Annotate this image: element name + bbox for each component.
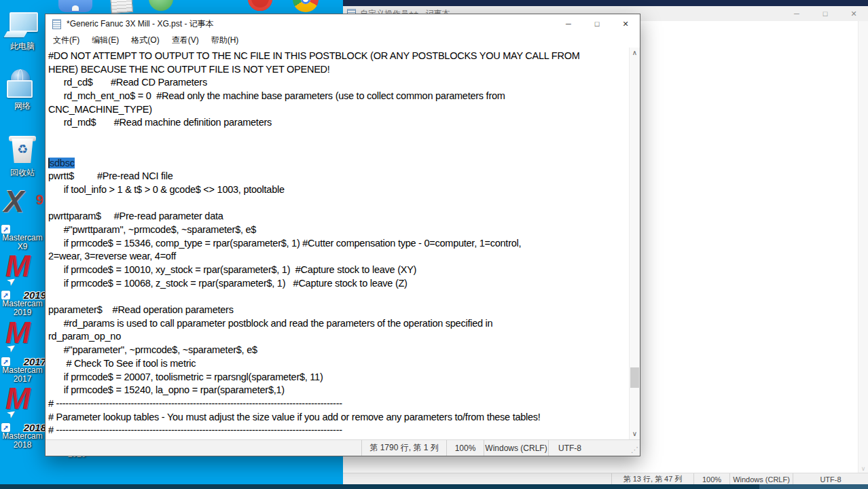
code-line: # Check To See if tool is metric <box>48 357 630 371</box>
selected-text[interactable]: sdbsc <box>48 158 75 168</box>
desktop-icon-mastercam-2019[interactable]: M➤ 2019 ➚ Mastercam 2019 <box>0 266 45 317</box>
close-button[interactable]: ✕ <box>611 14 640 33</box>
zoom-level: 100% <box>446 440 484 456</box>
desktop-icon-mastercam-x9[interactable]: X 9 ➚ Mastercam X9 <box>0 200 45 251</box>
chevron-down-icon[interactable]: ∨ <box>858 465 868 472</box>
code-line: # --------------------------------------… <box>48 424 630 437</box>
code-line <box>48 130 630 143</box>
code-line: pwrttparam$ #Pre-read parameter data <box>48 210 630 223</box>
encoding: UTF-8 <box>548 440 640 456</box>
code-line: if prmcode$ = 20007, toolismetric = rpar… <box>48 371 630 384</box>
desktop: 自定义操作员++ - 记事本 ─ □ ✕ ∨ 第 13 行, 第 47 列 10… <box>0 0 868 489</box>
shortcut-arrow-icon: ➚ <box>1 291 10 300</box>
mastercam-2019-icon: M➤ 2019 ➚ <box>0 266 45 298</box>
taskbar[interactable] <box>0 484 868 489</box>
code-line: rd_cd$ #Read CD Parameters <box>48 76 630 90</box>
code-line: #"pwrttparam", ~prmcode$, ~sparameter$, … <box>48 223 630 237</box>
status-bar: 第 1790 行, 第 1 列 100% Windows (CRLF) UTF-… <box>46 439 640 456</box>
maximize-button[interactable]: □ <box>811 6 839 21</box>
code-line: HERE) BECAUSE THE NC OUTPUT FILE IS NOT … <box>48 63 630 77</box>
background-window-scrollbar[interactable]: ∨ <box>858 21 868 473</box>
resize-grip[interactable]: ⋰ <box>631 446 638 454</box>
icon-label: 此电脑 <box>0 42 45 51</box>
chevron-up-icon[interactable]: ∧ <box>630 49 640 57</box>
desktop-icon-recycle-bin[interactable]: ♻ 回收站 <box>0 134 45 177</box>
code-line: if prmcode$ = 15346, comp_type = rpar(sp… <box>48 237 630 251</box>
desktop-icon-mastercam-2017[interactable]: M➤ 2017 ➚ Mastercam 2017 <box>0 332 45 384</box>
status-spacer <box>46 440 361 456</box>
code-line: pwrtt$ #Pre-read NCI file <box>48 170 630 183</box>
background-window-statusbar: 第 13 行, 第 47 列 100% Windows (CRLF) UTF-8 <box>343 473 868 485</box>
code-line: if tool_info > 1 & t$ > 0 & gcode$ <> 10… <box>48 183 630 197</box>
notepad-window[interactable]: *Generic Fanuc 3X Mill - XG.pst - 记事本 ─ … <box>45 14 640 456</box>
menu-item-3[interactable]: 查看(V) <box>166 33 205 48</box>
code-line: rd_param_op_no <box>48 330 630 344</box>
calendar-icon[interactable] <box>110 0 133 14</box>
desktop-icon-network[interactable]: 网络 <box>0 68 45 111</box>
shortcut-arrow-icon: ➚ <box>1 423 10 432</box>
menu-bar: 文件(F)编辑(E)格式(O)查看(V)帮助(H) <box>46 33 640 48</box>
recycle-bin-icon: ♻ <box>0 134 45 167</box>
code-line: #rd_params is used to call pparameter po… <box>48 317 630 331</box>
zoom-level: 100% <box>693 473 729 485</box>
code-line: # --------------------------------------… <box>48 397 630 411</box>
icon-label: 2018 <box>0 441 45 450</box>
code-line: 2=wear, 3=reverse wear, 4=off <box>48 250 630 264</box>
background-window-top-strip <box>343 0 868 6</box>
code-line: rd_md$ #Read machine definition paramete… <box>48 116 630 130</box>
code-line: pparameter$ #Read operation parameters <box>48 304 630 317</box>
this-pc-icon <box>0 8 45 41</box>
line-ending: Windows (CRLF) <box>729 473 793 485</box>
minimize-button[interactable]: ─ <box>554 14 583 33</box>
icon-label: 回收站 <box>0 168 45 177</box>
icon-label: 网络 <box>0 102 45 111</box>
encoding: UTF-8 <box>793 473 868 485</box>
code-line: if prmcode$ = 15240, la_opno = rpar(spar… <box>48 384 630 397</box>
menu-item-4[interactable]: 帮助(H) <box>205 33 245 48</box>
mastercam-x9-icon: X 9 ➚ <box>0 200 45 232</box>
opera-icon[interactable] <box>248 0 272 11</box>
blue-app-icon[interactable] <box>58 0 92 12</box>
mastercam-2018-icon: M➤ 2018 ➚ <box>0 398 45 431</box>
code-line: if prmcode$ = 10068, z_stock = rpar(spar… <box>48 277 630 291</box>
code-line: sdbsc <box>48 157 630 170</box>
menu-item-0[interactable]: 文件(F) <box>47 33 86 48</box>
scrollbar-thumb[interactable] <box>630 367 639 388</box>
taskbar-tray-segment[interactable] <box>759 484 868 489</box>
text-area[interactable]: #DO NOT ATTEMPT TO OUTPUT TO THE NC FILE… <box>46 48 630 439</box>
window-title: *Generic Fanuc 3X Mill - XG.pst - 记事本 <box>67 18 214 30</box>
notepad-icon <box>52 19 61 29</box>
mastercam-2017-icon: M➤ 2017 ➚ <box>0 332 45 365</box>
cursor-position: 第 1790 行, 第 1 列 <box>361 440 446 456</box>
desktop-icon-mastercam-2018[interactable]: M➤ 2018 ➚ Mastercam 2018 <box>0 398 45 450</box>
menu-item-1[interactable]: 编辑(E) <box>86 33 125 48</box>
maximize-button[interactable]: □ <box>583 14 611 33</box>
minimize-button[interactable]: ─ <box>782 6 811 21</box>
cursor-position: 第 13 行, 第 47 列 <box>611 473 693 485</box>
code-line: rd_mch_ent_no$ = 0 #Read only the machin… <box>48 90 630 103</box>
green-app-icon[interactable] <box>149 0 173 11</box>
line-ending: Windows (CRLF) <box>484 440 548 456</box>
shortcut-arrow-icon: ➚ <box>1 357 10 366</box>
notepad-titlebar[interactable]: *Generic Fanuc 3X Mill - XG.pst - 记事本 ─ … <box>46 14 640 33</box>
code-line <box>48 290 630 304</box>
chevron-down-icon[interactable]: ∨ <box>630 430 640 438</box>
close-button[interactable]: ✕ <box>839 6 868 21</box>
vertical-scrollbar[interactable]: ∧ ∨ <box>629 48 640 439</box>
code-line: CNC_MACHINE_TYPE) <box>48 103 630 117</box>
network-icon <box>0 68 45 101</box>
code-line <box>48 197 630 211</box>
code-line <box>48 143 630 157</box>
code-line: #"pparameter", ~prmcode$, ~sparameter$, … <box>48 344 630 357</box>
code-line: #DO NOT ATTEMPT TO OUTPUT TO THE NC FILE… <box>48 50 630 63</box>
code-line: if prmcode$ = 10010, xy_stock = rpar(spa… <box>48 264 630 277</box>
code-line: # Parameter lookup tables - You must adj… <box>48 411 630 424</box>
text-caret <box>48 158 50 168</box>
status-spacer <box>343 473 611 485</box>
chrome-icon[interactable] <box>293 0 319 12</box>
shortcut-arrow-icon: ➚ <box>1 225 10 234</box>
menu-item-2[interactable]: 格式(O) <box>125 33 165 48</box>
desktop-icon-this-pc[interactable]: 此电脑 <box>0 8 45 51</box>
